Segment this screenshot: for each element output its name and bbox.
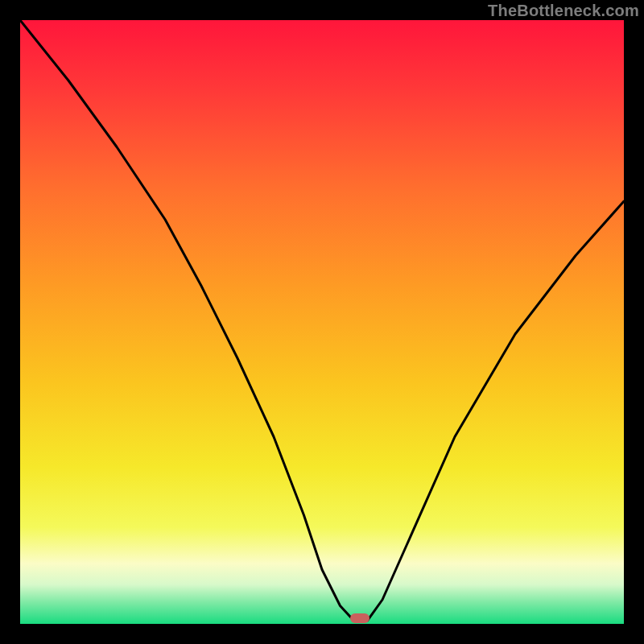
optimal-point-marker	[350, 613, 369, 623]
watermark-text: TheBottleneck.com	[488, 2, 639, 20]
bottleneck-curve	[20, 20, 624, 621]
curve-layer	[20, 20, 624, 624]
chart-frame: TheBottleneck.com	[0, 0, 644, 644]
plot-area	[20, 20, 624, 624]
